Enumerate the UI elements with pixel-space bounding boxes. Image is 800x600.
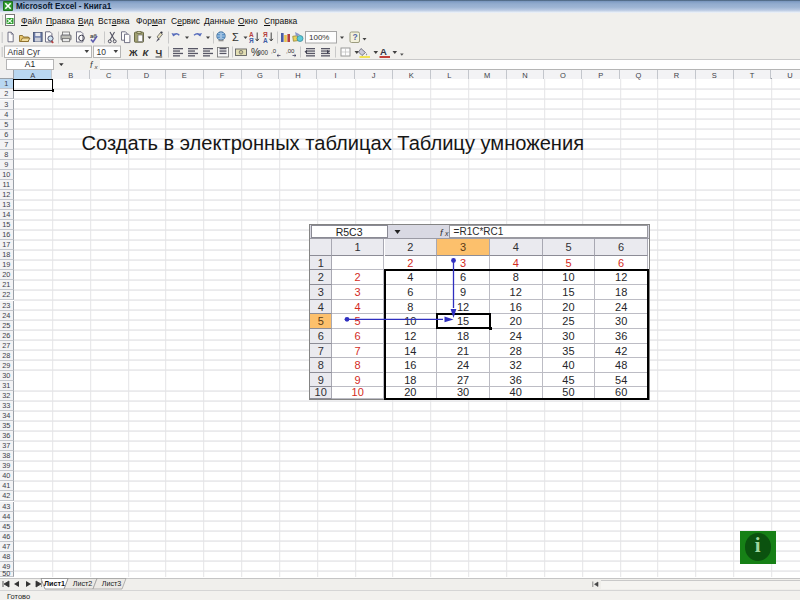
svg-text:Лист2: Лист2 xyxy=(73,579,93,588)
svg-text:Лист1: Лист1 xyxy=(44,579,65,588)
svg-text:f: f xyxy=(90,60,94,70)
svg-text:100%: 100% xyxy=(309,33,329,42)
svg-text:,0: ,0 xyxy=(271,48,277,54)
svg-text:Ч: Ч xyxy=(156,46,163,57)
svg-text:x: x xyxy=(94,63,99,70)
svg-text:А: А xyxy=(380,46,387,57)
svg-text:000: 000 xyxy=(258,48,269,55)
svg-text:Ж: Ж xyxy=(128,46,138,57)
svg-text:Лист3: Лист3 xyxy=(102,579,122,588)
svg-text:10: 10 xyxy=(97,46,107,56)
svg-text:Σ: Σ xyxy=(232,30,239,42)
svg-text:Я: Я xyxy=(249,36,254,43)
svg-text:?: ? xyxy=(352,32,357,42)
svg-text:,00: ,00 xyxy=(286,48,295,54)
svg-text:К: К xyxy=(143,46,150,57)
svg-text:Arial Cyr: Arial Cyr xyxy=(8,46,41,56)
svg-text:А: А xyxy=(263,36,268,43)
